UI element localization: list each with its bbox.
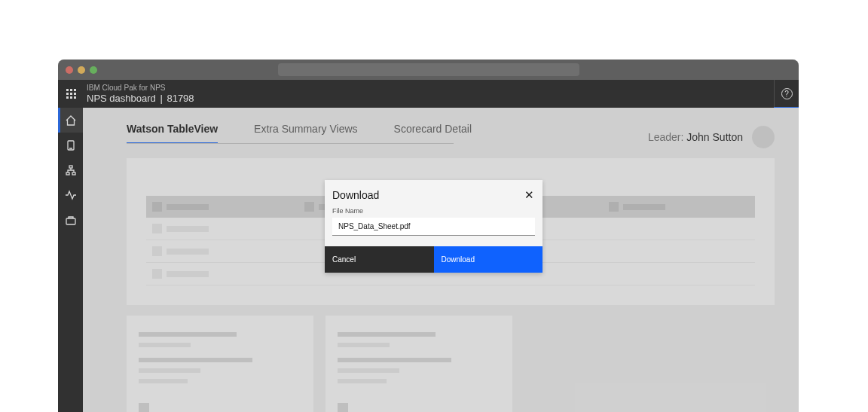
cancel-button[interactable]: Cancel bbox=[325, 246, 434, 273]
file-name-input[interactable] bbox=[332, 218, 535, 236]
download-modal: Download ✕ File Name Cancel Download bbox=[325, 180, 542, 273]
close-icon[interactable]: ✕ bbox=[523, 189, 535, 201]
download-button[interactable]: Download bbox=[434, 246, 543, 273]
file-name-label: File Name bbox=[325, 206, 542, 218]
modal-title: Download bbox=[332, 189, 379, 201]
